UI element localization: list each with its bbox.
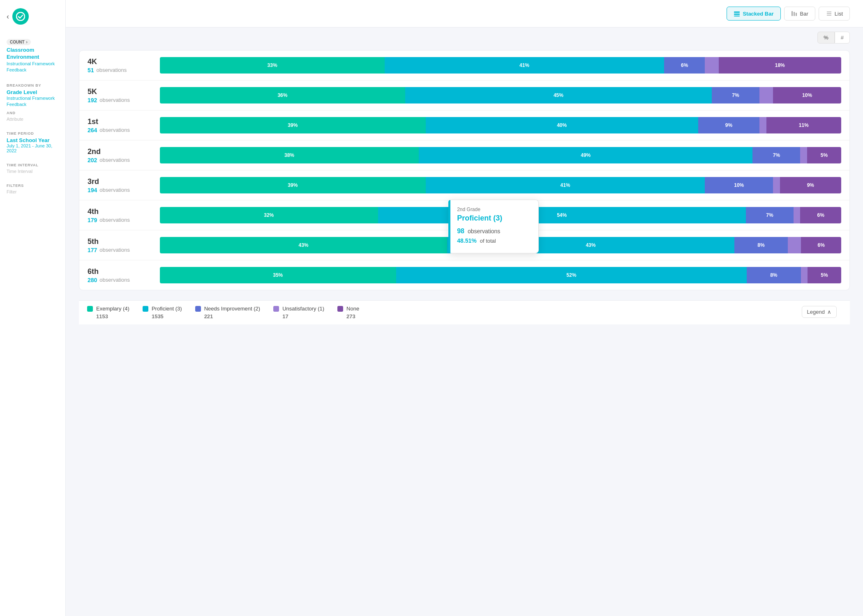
bar-segment-exemplary[interactable]: 43% (160, 237, 447, 253)
obs-count: 264 (88, 127, 97, 133)
obs-text: observations (99, 97, 130, 103)
chart-container: 4K51observations33%41%6%18%5K192observat… (79, 50, 850, 290)
bar-segment-proficient[interactable]: 54% (378, 207, 746, 223)
bar-segment-needs-improvement[interactable]: 10% (705, 177, 773, 193)
bar-segment-exemplary[interactable]: 36% (160, 87, 405, 103)
app-logo (12, 8, 29, 25)
tooltip-percentage: 48.51% of total (457, 237, 530, 244)
stacked-bar-button[interactable]: Stacked Bar (727, 7, 780, 21)
legend-toggle-button[interactable]: Legend ∧ (802, 306, 837, 318)
primary-metric-link[interactable]: Classroom Environment (7, 47, 59, 61)
breakdown-link[interactable]: Instructional Framework Feedback (7, 95, 59, 108)
legend-item: Exemplary (4)1153 (87, 306, 129, 319)
bar-container[interactable]: 36%45%7%10% (160, 87, 841, 103)
bar-container[interactable]: 39%40%9%11% (160, 117, 841, 133)
bar-segment-proficient[interactable]: 40% (426, 117, 698, 133)
sidebar: ‹ COUNT › Classroom Environment Instruct… (0, 0, 66, 616)
bar-segment-needs-improvement[interactable]: 8% (734, 237, 788, 253)
bar-segment-exemplary[interactable]: 35% (160, 267, 396, 283)
bar-segment-proficient[interactable]: 49% (419, 147, 752, 163)
legend-chevron-icon: ∧ (827, 309, 831, 315)
bar-segment-proficient[interactable]: 41% (426, 177, 705, 193)
bar-segment-exemplary[interactable]: 38% (160, 147, 419, 163)
bar-segment-none[interactable]: 18% (719, 57, 841, 74)
bar-segment-unsatisfactory[interactable] (773, 177, 780, 193)
count-section: COUNT › Classroom Environment Instructio… (7, 38, 59, 74)
legend-color-dot (195, 306, 201, 312)
bar-segment-unsatisfactory[interactable] (794, 207, 801, 223)
obs-count: 51 (88, 67, 94, 74)
legend-label-row: None (337, 306, 359, 312)
bar-segment-needs-improvement[interactable]: 7% (746, 207, 794, 223)
bar-segment-unsatisfactory[interactable] (801, 267, 808, 283)
bar-segment-unsatisfactory[interactable] (788, 237, 801, 253)
bar-segment-none[interactable]: 6% (801, 237, 841, 253)
bar-segment-needs-improvement[interactable]: 7% (752, 147, 800, 163)
secondary-metric-link[interactable]: Instructional Framework Feedback (7, 61, 59, 74)
list-label: List (835, 11, 843, 17)
bar-container[interactable]: 35%52%8%5% (160, 267, 841, 283)
tooltip-obs-text: observations (468, 228, 500, 234)
bar-segment-none[interactable]: 10% (773, 87, 841, 103)
svg-rect-1 (734, 11, 740, 13)
obs-text: observations (99, 187, 130, 193)
bar-segment-unsatisfactory[interactable] (705, 57, 718, 74)
breakdown-value[interactable]: Grade Level (7, 89, 59, 95)
bar-segment-exemplary[interactable]: 39% (160, 117, 426, 133)
legend-item-label: None (346, 306, 359, 312)
percent-button[interactable]: % (817, 32, 835, 44)
count-chevron: › (26, 40, 28, 44)
bar-segment-needs-improvement[interactable]: 7% (712, 87, 759, 103)
bar-segment-none[interactable]: 11% (766, 117, 841, 133)
legend-color-dot (143, 306, 148, 312)
bar-container[interactable]: 39%41%10%9% (160, 177, 841, 193)
bar-button[interactable]: Bar (784, 7, 815, 21)
grade-label: 4th (88, 207, 153, 216)
bar-segment-none[interactable]: 6% (800, 207, 841, 223)
bar-segment-none[interactable]: 9% (780, 177, 841, 193)
time-interval-label: TIME INTERVAL (7, 163, 59, 167)
hash-button[interactable]: # (835, 32, 850, 44)
obs-count: 177 (88, 247, 97, 253)
row-label-area: 5K192observations (88, 87, 153, 103)
bar-segment-exemplary[interactable]: 32% (160, 207, 378, 223)
bar-segment-exemplary[interactable]: 39% (160, 177, 426, 193)
bar-segment-needs-improvement[interactable]: 9% (698, 117, 759, 133)
bar-segment-needs-improvement[interactable]: 6% (664, 57, 705, 74)
bar-segment-unsatisfactory[interactable] (800, 147, 807, 163)
attribute-label[interactable]: Attribute (7, 117, 59, 122)
row-label-area: 4th179observations (88, 207, 153, 223)
bar-segment-proficient[interactable]: 45% (405, 87, 712, 103)
legend-item-count: 1153 (87, 313, 108, 319)
bar-container[interactable]: 38%49%7%5% (160, 147, 841, 163)
bar-container[interactable]: 33%41%6%18% (160, 57, 841, 74)
bar-segment-exemplary[interactable]: 33% (160, 57, 385, 74)
filters-section: FILTERS Filter (7, 184, 59, 194)
bar-segment-proficient[interactable]: 41% (385, 57, 664, 74)
count-badge[interactable]: COUNT › (7, 39, 31, 45)
svg-rect-5 (794, 12, 795, 16)
list-button[interactable]: List (819, 7, 850, 21)
filter-value[interactable]: Filter (7, 189, 59, 194)
obs-row: 179observations (88, 217, 153, 223)
back-arrow-icon[interactable]: ‹ (7, 12, 9, 21)
tooltip-of-total: of total (480, 238, 496, 244)
time-interval-value[interactable]: Time Interval (7, 169, 59, 174)
bar-segment-none[interactable]: 5% (808, 267, 841, 283)
chart-row: 6th280observations35%52%8%5% (79, 260, 849, 290)
row-label-area: 3rd194observations (88, 177, 153, 193)
time-period-value[interactable]: Last School Year (7, 137, 59, 143)
top-bar: Stacked Bar Bar List (66, 0, 863, 28)
obs-row: 280observations (88, 277, 153, 283)
obs-row: 264observations (88, 127, 153, 133)
bar-segment-unsatisfactory[interactable] (759, 87, 773, 103)
svg-rect-4 (791, 11, 793, 16)
chart-row: 2nd202observations38%49%7%5% (79, 140, 849, 170)
bar-segment-none[interactable]: 5% (807, 147, 841, 163)
row-label-area: 6th280observations (88, 267, 153, 283)
bar-segment-needs-improvement[interactable]: 8% (747, 267, 801, 283)
bar-segment-proficient[interactable]: 52% (396, 267, 747, 283)
bar-segment-unsatisfactory[interactable] (759, 117, 766, 133)
legend-label-row: Proficient (3) (143, 306, 182, 312)
time-interval-section: TIME INTERVAL Time Interval (7, 163, 59, 174)
